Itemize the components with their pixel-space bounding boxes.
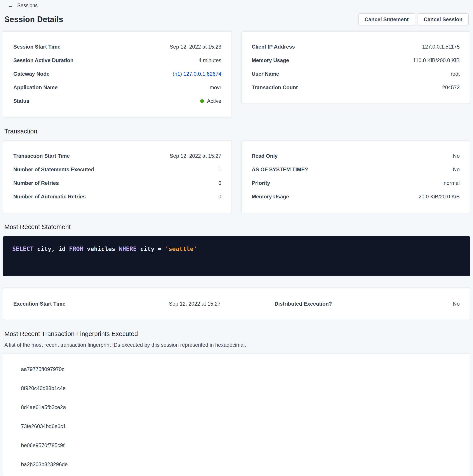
session-details-page: ← Sessions Session Details Cancel Statem… xyxy=(0,0,473,476)
row-value: 110.0 KiB/200.0 KiB xyxy=(413,57,460,63)
row-value: 127.0.0.1:51175 xyxy=(422,44,460,50)
fingerprints-section-description: A list of the most recent transaction fi… xyxy=(4,342,470,348)
row-value: No xyxy=(453,301,460,307)
sql-string-literal: 'seattle' xyxy=(165,245,197,252)
row-transaction-start-time: Transaction Start Time Sep 12, 2022 at 1… xyxy=(13,149,221,163)
row-value: No xyxy=(453,167,460,173)
row-label: Application Name xyxy=(13,85,58,91)
row-label: Gateway Node xyxy=(13,71,49,77)
row-value: movr xyxy=(210,85,221,91)
sql-identifier: vehicles xyxy=(87,245,119,252)
sql-identifier: city = xyxy=(140,245,165,252)
row-label: Session Active Duration xyxy=(13,57,73,63)
transaction-details-card: Transaction Start Time Sep 12, 2022 at 1… xyxy=(3,141,232,213)
session-details-card: Session Start Time Sep 12, 2022 at 15:23… xyxy=(3,32,232,117)
sql-keyword: SELECT xyxy=(12,245,37,252)
row-label: Read Only xyxy=(252,153,278,159)
status-text: Active xyxy=(207,98,221,104)
gateway-node-link[interactable]: (n1) 127.0.0.1:62674 xyxy=(173,71,221,77)
row-client-ip: Client IP Address 127.0.0.1:51175 xyxy=(252,40,460,54)
sql-identifier: city, id xyxy=(37,245,69,252)
row-number-of-retries: Number of Retries 0 xyxy=(13,176,221,190)
page-title: Session Details xyxy=(4,15,63,24)
row-value: normal xyxy=(444,180,460,186)
row-label: Session Start Time xyxy=(13,44,61,50)
row-label: Number of Automatic Retries xyxy=(13,194,86,200)
breadcrumb-label: Sessions xyxy=(17,3,38,9)
row-label: Transaction Start Time xyxy=(13,153,70,159)
sql-statement: SELECT city, id FROM vehicles WHERE city… xyxy=(12,245,461,253)
row-label: Execution Start Time xyxy=(13,301,65,307)
row-label: AS OF SYSTEM TIME? xyxy=(252,167,308,173)
fingerprints-card: aa79775ff097970c 8f920c40d88b1c4e 8d4ae6… xyxy=(3,354,470,476)
session-cards-row: Session Start Time Sep 12, 2022 at 15:23… xyxy=(3,32,470,117)
fingerprint-list-item: 8f920c40d88b1c4e xyxy=(3,379,470,398)
fingerprint-list-item: 8d4ae61a5fb3ce2a xyxy=(3,398,470,417)
row-value: root xyxy=(451,71,460,77)
fingerprint-list-item: aa79775ff097970c xyxy=(3,360,470,379)
row-distributed-execution: Distributed Execution? No xyxy=(275,301,460,307)
row-label: Memory Usage xyxy=(252,194,289,200)
row-priority: Priority normal xyxy=(252,176,460,190)
fingerprint-list-item: be06e9570f785c9f xyxy=(3,436,470,455)
status-badge: Active xyxy=(200,98,221,104)
row-transaction-count: Transaction Count 204572 xyxy=(252,81,460,94)
statement-section-heading: Most Recent Statement xyxy=(4,223,470,231)
cancel-statement-button[interactable]: Cancel Statement xyxy=(359,13,415,25)
row-value: 4 minutes xyxy=(198,57,221,63)
row-status: Status Active xyxy=(13,94,221,108)
row-label: User Name xyxy=(252,71,279,77)
row-gateway-node: Gateway Node (n1) 127.0.0.1:62674 xyxy=(13,67,221,81)
row-txn-memory-usage: Memory Usage 20.0 KiB/20.0 KiB xyxy=(252,190,460,204)
row-label: Transaction Count xyxy=(252,85,298,91)
row-value: No xyxy=(453,153,460,159)
row-label: Client IP Address xyxy=(252,44,295,50)
row-value: 0 xyxy=(218,180,221,186)
row-read-only: Read Only No xyxy=(252,149,460,163)
sql-keyword: WHERE xyxy=(119,245,140,252)
row-value: Sep 12, 2022 at 15:23 xyxy=(170,44,221,50)
transaction-section-heading: Transaction xyxy=(4,128,470,135)
transaction-properties-card: Read Only No AS OF SYSTEM TIME? No Prior… xyxy=(242,141,470,213)
row-label: Memory Usage xyxy=(252,57,289,63)
row-value: Sep 12, 2022 at 15:27 xyxy=(170,153,221,159)
row-value: Sep 12, 2022 at 15:27 xyxy=(169,301,221,307)
row-execution-start-time: Execution Start Time Sep 12, 2022 at 15:… xyxy=(13,301,221,307)
back-arrow-icon: ← xyxy=(7,3,13,9)
row-value: 0 xyxy=(218,194,221,200)
status-active-dot-icon xyxy=(200,99,204,103)
fingerprint-list-item: ba2b203b823296de xyxy=(3,455,470,474)
row-value: 1 xyxy=(218,167,221,173)
fingerprints-section-heading: Most Recent Transaction Fingerprints Exe… xyxy=(4,330,470,338)
session-client-card: Client IP Address 127.0.0.1:51175 Memory… xyxy=(242,32,470,104)
sql-statement-block: SELECT city, id FROM vehicles WHERE city… xyxy=(3,236,470,276)
breadcrumb-back-sessions[interactable]: ← Sessions xyxy=(7,3,38,9)
row-as-of-system-time: AS OF SYSTEM TIME? No xyxy=(252,163,460,176)
title-row: Session Details Cancel Statement Cancel … xyxy=(4,13,469,25)
row-label: Priority xyxy=(252,180,270,186)
header-actions: Cancel Statement Cancel Session xyxy=(359,13,469,25)
row-label: Distributed Execution? xyxy=(275,301,332,307)
row-label: Number of Statements Executed xyxy=(13,167,94,173)
fingerprint-list-item: 73fe26034bd6e6c1 xyxy=(3,417,470,436)
cancel-session-button[interactable]: Cancel Session xyxy=(418,13,469,25)
row-label: Status xyxy=(13,98,29,104)
row-memory-usage: Memory Usage 110.0 KiB/200.0 KiB xyxy=(252,54,460,67)
execution-card: Execution Start Time Sep 12, 2022 at 15:… xyxy=(3,288,470,320)
row-value: 20.0 KiB/20.0 KiB xyxy=(419,194,460,200)
row-application-name: Application Name movr xyxy=(13,81,221,94)
row-automatic-retries: Number of Automatic Retries 0 xyxy=(13,190,221,204)
row-session-start-time: Session Start Time Sep 12, 2022 at 15:23 xyxy=(13,40,221,54)
sql-keyword: FROM xyxy=(69,245,87,252)
transaction-cards-row: Transaction Start Time Sep 12, 2022 at 1… xyxy=(3,141,470,213)
row-user-name: User Name root xyxy=(252,67,460,81)
row-value: 204572 xyxy=(442,85,460,91)
row-session-active-duration: Session Active Duration 4 minutes xyxy=(13,54,221,67)
row-statements-executed: Number of Statements Executed 1 xyxy=(13,163,221,176)
row-label: Number of Retries xyxy=(13,180,59,186)
